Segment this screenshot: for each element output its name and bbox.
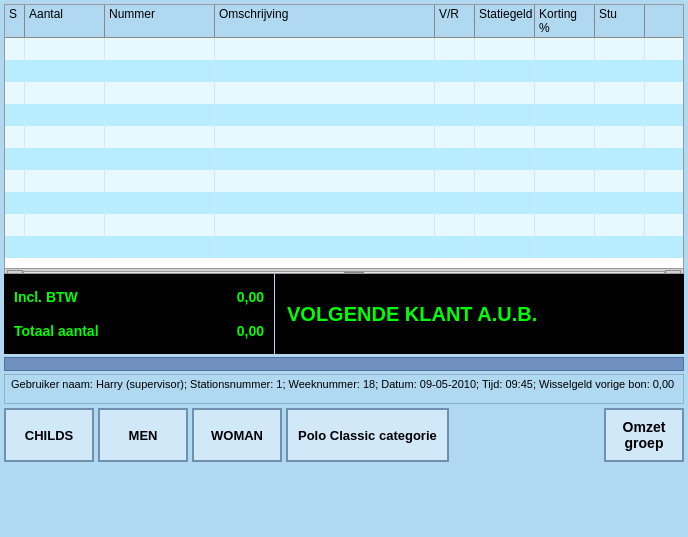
table-cell xyxy=(215,82,435,104)
incl-btw-label: Incl. BTW xyxy=(14,289,78,305)
table-cell xyxy=(105,170,215,192)
table-row[interactable] xyxy=(5,214,683,236)
table-cell xyxy=(595,192,645,214)
table-body xyxy=(5,38,683,268)
table-cell xyxy=(215,148,435,170)
table-cell xyxy=(535,192,595,214)
polo-classic-button[interactable]: Polo Classic categorie xyxy=(286,408,449,462)
table-cell xyxy=(535,38,595,60)
table-cell xyxy=(475,170,535,192)
table-cell xyxy=(535,236,595,258)
table-cell xyxy=(215,236,435,258)
men-button[interactable]: MEN xyxy=(98,408,188,462)
table-cell xyxy=(25,192,105,214)
table-row[interactable] xyxy=(5,104,683,126)
table-cell xyxy=(105,104,215,126)
table-cell xyxy=(435,192,475,214)
table-cell xyxy=(5,126,25,148)
table-cell xyxy=(475,82,535,104)
table-row[interactable] xyxy=(5,170,683,192)
table-cell xyxy=(215,192,435,214)
table-cell xyxy=(595,214,645,236)
button-area: CHILDS MEN WOMAN Polo Classic categorie … xyxy=(4,408,684,462)
table-cell xyxy=(25,82,105,104)
table-cell xyxy=(105,60,215,82)
table-cell xyxy=(215,126,435,148)
summary-area: Incl. BTW 0,00 Totaal aantal 0,00 VOLGEN… xyxy=(4,274,684,354)
table-cell xyxy=(435,214,475,236)
table-row[interactable] xyxy=(5,38,683,60)
table-cell xyxy=(475,60,535,82)
childs-button[interactable]: CHILDS xyxy=(4,408,94,462)
table-cell xyxy=(475,38,535,60)
table-row[interactable] xyxy=(5,236,683,258)
table-cell xyxy=(475,214,535,236)
table-cell xyxy=(435,170,475,192)
table-cell xyxy=(535,148,595,170)
table-cell xyxy=(25,38,105,60)
table-cell xyxy=(435,148,475,170)
table-cell xyxy=(25,148,105,170)
table-cell xyxy=(215,104,435,126)
table-cell xyxy=(5,236,25,258)
table-cell xyxy=(475,192,535,214)
table-cell xyxy=(25,126,105,148)
table-cell xyxy=(595,60,645,82)
table-cell xyxy=(595,104,645,126)
table-cell xyxy=(595,170,645,192)
totaal-aantal-label: Totaal aantal xyxy=(14,323,99,339)
table-cell xyxy=(105,126,215,148)
woman-button[interactable]: WOMAN xyxy=(192,408,282,462)
progress-bar xyxy=(4,357,684,371)
summary-message: VOLGENDE KLANT A.U.B. xyxy=(287,303,537,326)
totaal-aantal-value: 0,00 xyxy=(237,323,264,339)
col-header-s: S xyxy=(5,5,25,37)
totaal-aantal-row: Totaal aantal 0,00 xyxy=(14,323,264,339)
col-header-stu: Stu xyxy=(595,5,645,37)
table-cell xyxy=(25,104,105,126)
main-container: S Aantal Nummer Omschrijving V/R Statieg… xyxy=(0,0,688,537)
table-cell xyxy=(435,126,475,148)
col-header-korting: Korting % xyxy=(535,5,595,37)
status-bar: Gebruiker naam: Harry (supervisor); Stat… xyxy=(4,374,684,404)
table-cell xyxy=(25,214,105,236)
omzet-groep-button[interactable]: Omzet groep xyxy=(604,408,684,462)
table-cell xyxy=(105,82,215,104)
table-cell xyxy=(215,170,435,192)
table-cell xyxy=(595,148,645,170)
table-cell xyxy=(595,38,645,60)
table-cell xyxy=(475,126,535,148)
table-cell xyxy=(475,104,535,126)
table-cell xyxy=(595,236,645,258)
table-cell xyxy=(435,38,475,60)
table-cell xyxy=(5,104,25,126)
table-cell xyxy=(5,148,25,170)
table-cell xyxy=(105,192,215,214)
table-cell xyxy=(25,60,105,82)
incl-btw-row: Incl. BTW 0,00 xyxy=(14,289,264,305)
table-cell xyxy=(595,82,645,104)
table-row[interactable] xyxy=(5,126,683,148)
table-cell xyxy=(105,148,215,170)
table-cell xyxy=(535,214,595,236)
table-row[interactable] xyxy=(5,60,683,82)
table-cell xyxy=(215,38,435,60)
table-cell xyxy=(435,104,475,126)
table-cell xyxy=(5,38,25,60)
col-header-omschrijving: Omschrijving xyxy=(215,5,435,37)
table-cell xyxy=(215,60,435,82)
table-header: S Aantal Nummer Omschrijving V/R Statieg… xyxy=(5,5,683,38)
table-row[interactable] xyxy=(5,148,683,170)
col-header-vr: V/R xyxy=(435,5,475,37)
table-cell xyxy=(475,148,535,170)
table-cell xyxy=(475,236,535,258)
table-row[interactable] xyxy=(5,82,683,104)
status-text: Gebruiker naam: Harry (supervisor); Stat… xyxy=(11,378,674,390)
summary-left: Incl. BTW 0,00 Totaal aantal 0,00 xyxy=(4,274,274,354)
table-cell xyxy=(105,214,215,236)
table-cell xyxy=(5,192,25,214)
table-cell xyxy=(25,170,105,192)
table-row[interactable] xyxy=(5,192,683,214)
table-cell xyxy=(535,60,595,82)
summary-right: VOLGENDE KLANT A.U.B. xyxy=(275,274,684,354)
